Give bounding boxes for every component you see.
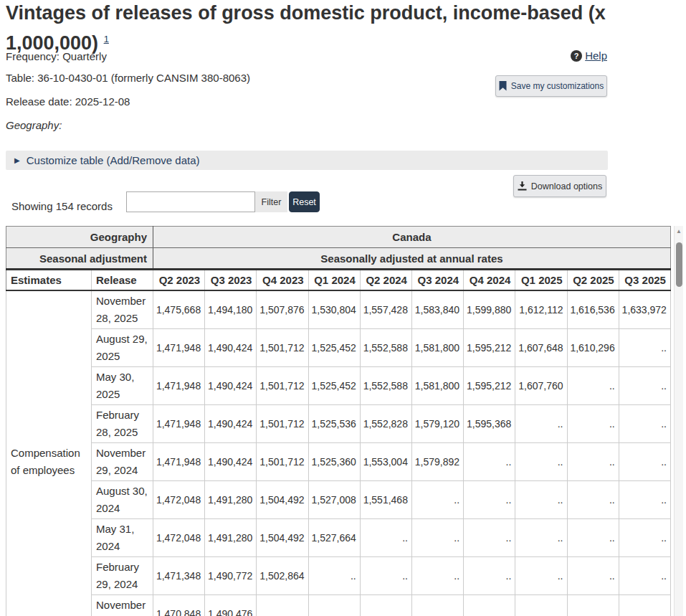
value-cell: .. — [567, 556, 619, 594]
table-reference-text: Table: 36-10-0430-01 (formerly CANSIM 38… — [6, 72, 250, 84]
bookmark-icon — [499, 81, 507, 91]
value-cell: 1,501,712 — [257, 328, 308, 366]
value-cell: 1,491,280 — [205, 480, 257, 518]
value-cell: 1,471,948 — [153, 404, 205, 442]
value-cell: .. — [619, 404, 670, 442]
release-date-cell: August 30, 2024 — [92, 480, 153, 518]
value-cell: 1,501,712 — [257, 366, 308, 404]
value-cell: 1,490,424 — [205, 442, 257, 480]
value-cell: 1,552,828 — [360, 404, 411, 442]
value-cell: .. — [515, 556, 567, 594]
value-cell: 1,525,536 — [308, 404, 360, 442]
quarter-column-header: Q3 2023 — [205, 270, 257, 290]
save-customizations-button[interactable]: Save my customizations — [495, 75, 607, 97]
footnote-link[interactable]: 1 — [104, 34, 109, 44]
column-header-row: Estimates Release Q2 2023Q3 2023Q4 2023Q… — [6, 270, 671, 290]
frequency-text: Frequency: Quarterly — [6, 50, 107, 62]
value-cell: 1,583,840 — [411, 290, 463, 329]
help-link[interactable]: ? Help — [571, 49, 607, 62]
download-options-button[interactable]: Download options — [513, 175, 606, 197]
value-cell: .. — [360, 594, 411, 616]
filter-input[interactable] — [126, 191, 255, 212]
value-cell: .. — [619, 594, 670, 616]
estimate-label-cell: Compensation of employees — [6, 290, 92, 616]
quarter-column-header: Q1 2025 — [515, 270, 567, 290]
value-cell: .. — [515, 404, 567, 442]
value-cell: .. — [360, 518, 411, 556]
value-cell: 1,470,848 — [153, 594, 205, 616]
help-link-label: Help — [585, 49, 607, 62]
table-row: May 30, 20251,471,9481,490,4241,501,7121… — [6, 366, 671, 404]
release-date-cell: November 28, 2025 — [92, 290, 153, 329]
value-cell: 1,551,468 — [360, 480, 411, 518]
release-date-cell: November 30, 2023 — [92, 594, 153, 616]
geography-header-row: Geography Canada — [6, 227, 671, 248]
scrollbar-thumb[interactable] — [676, 242, 682, 287]
value-cell: .. — [567, 442, 619, 480]
value-cell: 1,595,212 — [464, 366, 515, 404]
value-cell: 1,507,876 — [257, 290, 308, 329]
value-cell: 1,527,008 — [308, 480, 360, 518]
value-cell: 1,472,048 — [153, 518, 205, 556]
page-title: Vintages of releases of gross domestic p… — [6, 1, 606, 55]
vintages-table: Geography Canada Seasonal adjustment Sea… — [6, 226, 671, 616]
value-cell: .. — [515, 594, 567, 616]
value-cell: 1,490,424 — [205, 328, 257, 366]
value-cell: .. — [567, 366, 619, 404]
seasonal-adjustment-header-cell: Seasonal adjustment — [6, 248, 153, 270]
filter-button[interactable]: Filter — [255, 191, 287, 212]
value-cell: .. — [411, 594, 463, 616]
table-scrollbar[interactable]: ▲ — [674, 226, 683, 616]
record-count-text: Showing 154 records — [11, 200, 113, 212]
scrollbar-up-arrow-icon[interactable]: ▲ — [675, 226, 683, 236]
value-cell: .. — [567, 594, 619, 616]
data-table-container: Geography Canada Seasonal adjustment Sea… — [6, 226, 671, 616]
download-icon — [518, 181, 527, 191]
customize-table-toggle[interactable]: ▶ Customize table (Add/Remove data) — [6, 151, 608, 170]
value-cell: .. — [567, 480, 619, 518]
table-row: November 30, 20231,470,8481,490,476.....… — [6, 594, 671, 616]
quarter-column-header: Q3 2025 — [619, 270, 670, 290]
value-cell: 1,633,972 — [619, 290, 670, 329]
table-row: May 31, 20241,472,0481,491,2801,504,4921… — [6, 518, 671, 556]
value-cell: 1,616,536 — [567, 290, 619, 329]
value-cell: 1,552,588 — [360, 366, 411, 404]
value-cell: 1,530,804 — [308, 290, 360, 329]
seasonal-adjustment-header-row: Seasonal adjustment Seasonally adjusted … — [6, 248, 671, 270]
value-cell: .. — [464, 480, 515, 518]
value-cell: 1,490,424 — [205, 366, 257, 404]
value-cell: 1,553,004 — [360, 442, 411, 480]
value-cell: 1,579,120 — [411, 404, 463, 442]
value-cell: .. — [619, 480, 670, 518]
release-date-cell: November 29, 2024 — [92, 442, 153, 480]
reset-button[interactable]: Reset — [289, 191, 320, 212]
value-cell: 1,471,348 — [153, 556, 205, 594]
value-cell: 1,501,712 — [257, 404, 308, 442]
value-cell: 1,502,864 — [257, 556, 308, 594]
value-cell: 1,491,280 — [205, 518, 257, 556]
release-date-cell: May 31, 2024 — [92, 518, 153, 556]
value-cell: 1,472,048 — [153, 480, 205, 518]
value-cell: .. — [515, 518, 567, 556]
value-cell: 1,525,360 — [308, 442, 360, 480]
value-cell: .. — [464, 594, 515, 616]
release-column-header: Release — [92, 270, 153, 290]
release-date-cell: May 30, 2025 — [92, 366, 153, 404]
value-cell: 1,475,668 — [153, 290, 205, 329]
quarter-column-header: Q4 2023 — [257, 270, 308, 290]
value-cell: .. — [515, 442, 567, 480]
value-cell: 1,471,948 — [153, 442, 205, 480]
value-cell: 1,610,296 — [567, 328, 619, 366]
value-cell: 1,501,712 — [257, 442, 308, 480]
value-cell: 1,552,588 — [360, 328, 411, 366]
table-row: November 29, 20241,471,9481,490,4241,501… — [6, 442, 671, 480]
value-cell: 1,581,800 — [411, 366, 463, 404]
release-date-cell: February 28, 2025 — [92, 404, 153, 442]
value-cell: 1,490,772 — [205, 556, 257, 594]
download-options-label: Download options — [531, 181, 602, 191]
quarter-column-header: Q2 2023 — [153, 270, 205, 290]
geography-value-cell: Canada — [153, 227, 671, 248]
value-cell: .. — [464, 556, 515, 594]
value-cell: .. — [619, 328, 670, 366]
value-cell: 1,471,948 — [153, 328, 205, 366]
